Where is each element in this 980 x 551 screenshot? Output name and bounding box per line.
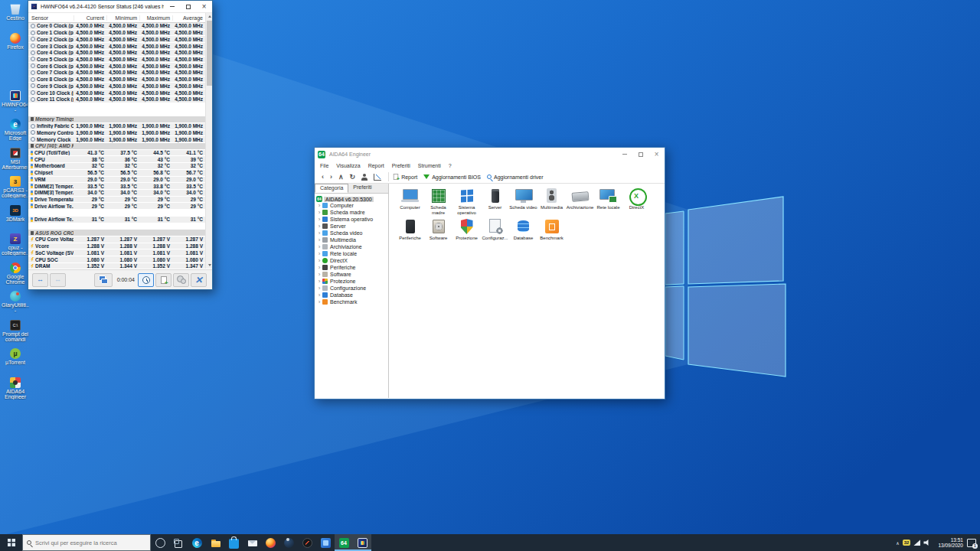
taskbar-app[interactable] [224,534,243,551]
minimize-button[interactable] [164,1,180,12]
category-tile[interactable]: Archiviazione [566,188,594,216]
sensor-row[interactable] [28,109,205,116]
vertical-scrollbar[interactable] [205,13,212,269]
sensor-row[interactable]: Vcore 1.288 V 1.288 V 1.288 V 1.288 V [28,243,205,250]
category-tile[interactable]: Sistema operativo [452,188,481,216]
sensor-row[interactable]: Infinity Fabric Clo... 1,900.0 MHz 1,900… [28,123,205,130]
menu-item[interactable]: Strumenti [414,163,445,168]
settings-button[interactable] [173,273,189,287]
desktop-icon[interactable]: AIDA64 Engineer [1,377,30,406]
tree-item[interactable]: Software [315,271,388,278]
search-input[interactable] [35,540,142,546]
tree-item[interactable]: Protezione [315,278,388,285]
menu-item[interactable]: ? [445,163,456,168]
notification-icon[interactable]: 1 [967,539,976,547]
sensor-row[interactable]: Core 11 Clock (pe... 4,500.0 MHz 4,500.0… [28,96,205,103]
hwinfo-titlebar[interactable]: HWiNFO64 v6.24-4120 Sensor Status [246 v… [28,1,212,13]
tree-item[interactable]: Benchmark [315,298,388,305]
sensor-row[interactable]: CPU Core Voltage... 1.287 V 1.287 V 1.28… [28,236,205,243]
expand-arrow-icon[interactable] [316,285,322,292]
logging-button[interactable] [155,273,172,287]
expand-arrow-icon[interactable] [316,265,322,271]
sensor-row[interactable]: Core 7 Clock (per... 4,500.0 MHz 4,500.0… [28,70,205,77]
taskbar-app[interactable] [279,534,298,551]
sensor-row[interactable]: Core 4 Clock (per... 4,500.0 MHz 4,500.0… [28,50,205,57]
desktop-icon[interactable]: cpuz - collegame... [1,233,30,262]
forward-button[interactable]: › [327,174,335,181]
sensor-row[interactable]: Motherboard 32 °C 32 °C 32 °C 32 °C [28,163,205,170]
tree-item[interactable]: Periferiche [315,264,388,271]
tab-categoria[interactable]: Categoria [315,184,348,193]
remote-sensors-button[interactable] [94,273,113,287]
taskbar-app[interactable] [353,534,371,551]
maximize-button[interactable] [632,148,648,160]
desktop-icon[interactable]: Google Chrome [1,262,30,292]
sensor-row[interactable]: ASUS ROG CROSSH... [28,230,205,236]
exit-button[interactable]: ✕ [191,273,207,287]
clock-button[interactable] [138,273,154,287]
tree-item[interactable]: Archiviazione [315,243,388,250]
desktop-icon[interactable]: Prompt dei comandi [1,320,30,349]
sensor-row[interactable]: Drive Airflow Te... 29 °C 29 °C 29 °C 29… [28,203,205,210]
tree-item[interactable]: Database [315,292,388,298]
desktop-icon[interactable]: µTorrent [1,348,30,377]
category-tile[interactable]: Database [509,219,537,241]
tree-item[interactable]: Server [315,223,388,230]
tree-root-item[interactable]: AIDA64 v6.20.5300 [316,196,388,202]
column-header-minimum[interactable]: Minimum [106,15,139,21]
sensor-row[interactable]: CPU 38 °C 36 °C 43 °C 39 °C [28,156,205,163]
expand-arrow-icon[interactable] [316,217,322,223]
desktop-icon[interactable]: MSI Afterburner [1,148,30,177]
sensor-row[interactable]: Drive Temperatu... 29 °C 29 °C 29 °C 29 … [28,197,205,204]
chart-icon[interactable] [374,174,381,181]
sensor-row[interactable]: Core 0 Clock (per... 4,500.0 MHz 4,500.0… [28,23,205,30]
sensor-row[interactable]: CPU (Tctl/Tdie) 41.3 °C 37.5 °C 44.5 °C … [28,150,205,157]
sensor-row[interactable]: CPU [#0]: AMD Ryz... [28,143,205,150]
up-button[interactable]: ∧ [335,174,347,181]
bios-updates-button[interactable]: Aggiornamenti BIOS [423,174,481,180]
sensor-row[interactable]: Core 10 Clock (pe... 4,500.0 MHz 4,500.0… [28,90,205,96]
tree-item[interactable]: Rete locale [315,250,388,257]
expand-arrow-icon[interactable] [316,210,322,216]
tree-item[interactable]: Configurazione [315,285,388,292]
tree-item[interactable]: Scheda madre [315,209,388,216]
tray-clock[interactable]: 13:51 13/09/2020 [938,537,963,549]
expand-arrow-icon[interactable] [316,230,322,236]
sensor-row[interactable]: DIMM[2] Temper... 33.5 °C 33.5 °C 33.8 °… [28,183,205,190]
desktop-icon[interactable]: Microsoft Edge [1,119,30,148]
expand-arrow-icon[interactable] [316,244,322,250]
desktop-icon[interactable]: Firefox [1,33,30,62]
aida64-titlebar[interactable]: AIDA64 Engineer × [315,148,665,161]
close-button[interactable]: × [196,1,212,12]
taskbar-search[interactable] [22,534,151,551]
sensor-row[interactable]: Core 5 Clock (per... 4,500.0 MHz 4,500.0… [28,57,205,64]
sensor-row[interactable]: Core 9 Clock (per... 4,500.0 MHz 4,500.0… [28,83,205,90]
category-tile[interactable]: Server [481,188,509,216]
taskbar-app[interactable] [298,534,316,551]
sensor-row[interactable]: Core 8 Clock (per... 4,500.0 MHz 4,500.0… [28,77,205,83]
hwinfo-tray-badge[interactable]: 32 [903,540,911,546]
category-tile[interactable]: DirectX [622,188,651,216]
sensor-row[interactable]: VRM 29.0 °C 29.0 °C 29.0 °C 29.0 °C [28,177,205,184]
expand-arrow-icon[interactable] [316,279,322,285]
tree-item[interactable]: Sistema operativo [315,216,388,223]
minimize-button[interactable] [616,148,632,160]
tree-item[interactable]: Scheda video [315,230,388,236]
desktop-icon[interactable]: HWiNFO64 - collegame... [1,90,30,119]
sensor-row[interactable]: CPU SOC 1.080 V 1.080 V 1.080 V 1.080 V [28,256,205,263]
scroll-down-icon[interactable] [207,262,212,268]
volume-icon[interactable] [923,540,931,546]
category-tile[interactable]: Scheda video [509,188,537,216]
sensor-row[interactable]: DIMM[3] Temper... 34.0 °C 34.0 °C 34.0 °… [28,190,205,197]
start-button[interactable] [0,534,22,551]
sensor-row[interactable]: Core 6 Clock (per... 4,500.0 MHz 4,500.0… [28,63,205,70]
network-icon[interactable] [913,540,920,546]
sensor-row[interactable]: Drive Airflow Te... 31 °C 31 °C 31 °C 31… [28,217,205,223]
desktop-icon[interactable]: GlaryUtiliti... - collegam... [1,291,30,320]
expand-arrow-icon[interactable] [316,223,322,230]
expand-arrow-icon[interactable] [316,272,322,278]
taskbar-app[interactable] [335,534,353,551]
taskbar-app[interactable] [243,534,261,551]
column-header-average[interactable]: Average [172,15,205,21]
desktop-icon[interactable]: pCARS3 - collegame... [1,176,30,205]
